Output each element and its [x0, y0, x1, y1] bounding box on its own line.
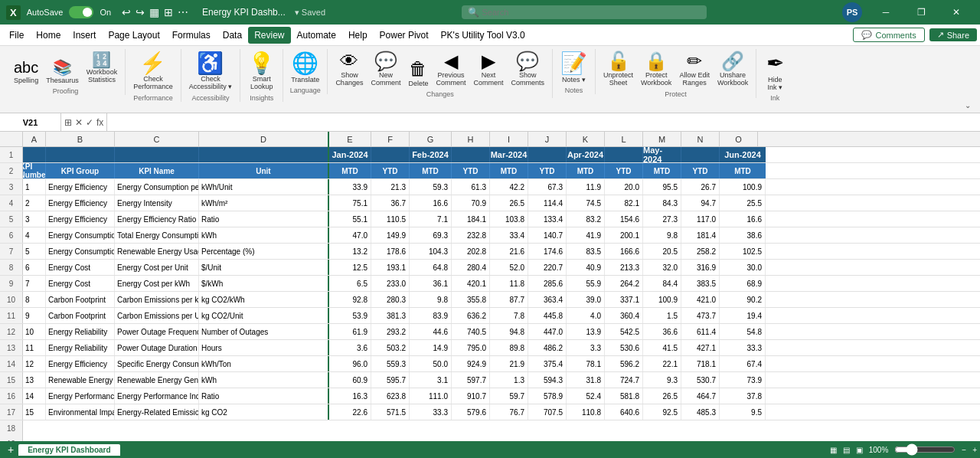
- cell-7-O[interactable]: 102.5: [720, 244, 766, 259]
- cell-8-M[interactable]: 32.0: [643, 260, 681, 275]
- cell-2n[interactable]: YTD: [681, 163, 720, 178]
- cell-13-C[interactable]: Power Outage Duration: [115, 340, 199, 355]
- cell-14-B[interactable]: Energy Efficiency: [46, 356, 115, 371]
- cell-3-G[interactable]: 59.3: [410, 179, 452, 195]
- cell-5-D[interactable]: Ratio: [199, 211, 329, 227]
- cell-13-I[interactable]: 89.8: [490, 340, 528, 355]
- cell-13-K[interactable]: 3.3: [567, 340, 605, 355]
- cell-11-G[interactable]: 83.9: [410, 308, 452, 323]
- cell-6-C[interactable]: Total Energy Consumption: [115, 227, 199, 243]
- cell-4-E[interactable]: 75.1: [329, 195, 371, 211]
- cell-1j[interactable]: [528, 147, 567, 162]
- unprotect-sheet-button[interactable]: 🔓 UnprotectSheet: [600, 49, 636, 89]
- formula-confirm-icon[interactable]: ✓: [86, 117, 93, 128]
- cell-9-C[interactable]: Energy Cost per kWh: [115, 276, 199, 291]
- cell-13-H[interactable]: 795.0: [452, 340, 490, 355]
- cell-14-J[interactable]: 375.4: [528, 356, 567, 371]
- cell-10-M[interactable]: 100.9: [643, 292, 681, 307]
- cell-14-C[interactable]: Specific Energy Consumption (SEC): [115, 356, 199, 371]
- cell-7-L[interactable]: 166.6: [605, 244, 643, 259]
- cell-14-M[interactable]: 22.1: [643, 356, 681, 371]
- cell-1a[interactable]: [23, 147, 46, 162]
- cell-16-K[interactable]: 52.4: [567, 388, 605, 404]
- cell-13-E[interactable]: 3.6: [329, 340, 371, 355]
- cell-10-G[interactable]: 9.8: [410, 292, 452, 307]
- menu-utility-tool[interactable]: PK's Utility Tool V3.0: [435, 27, 531, 44]
- cell-7-N[interactable]: 258.2: [681, 244, 720, 259]
- autosave-toggle[interactable]: On: [69, 6, 93, 18]
- cell-7-K[interactable]: 83.5: [567, 244, 605, 259]
- previous-comment-button[interactable]: ◀ PreviousComment: [433, 49, 469, 89]
- cell-12-B[interactable]: Energy Reliability: [46, 324, 115, 339]
- cell-8-D[interactable]: $/Unit: [199, 260, 329, 275]
- cell-6-G[interactable]: 69.3: [410, 227, 452, 243]
- cell-4-N[interactable]: 94.7: [681, 195, 720, 211]
- cell-8-J[interactable]: 220.7: [528, 260, 567, 275]
- cell-5-B[interactable]: Energy Efficiency: [46, 211, 115, 227]
- cell-4-B[interactable]: Energy Efficiency: [46, 195, 115, 211]
- cell-3-O[interactable]: 100.9: [720, 179, 766, 195]
- cell-2d[interactable]: Unit: [199, 163, 329, 178]
- cell-12-H[interactable]: 740.5: [452, 324, 490, 339]
- cell-1c[interactable]: [115, 147, 199, 162]
- cell-2m[interactable]: MTD: [643, 163, 681, 178]
- cell-8-C[interactable]: Energy Cost per Unit: [115, 260, 199, 275]
- col-header-j[interactable]: J: [528, 132, 567, 147]
- cell-6-N[interactable]: 181.4: [681, 227, 720, 243]
- cell-16-I[interactable]: 59.7: [490, 388, 528, 404]
- cell-10-K[interactable]: 39.0: [567, 292, 605, 307]
- cell-2j[interactable]: YTD: [528, 163, 567, 178]
- hide-ink-button[interactable]: ✒ HideInk ▾: [761, 49, 789, 93]
- cell-8-H[interactable]: 280.4: [452, 260, 490, 275]
- cell-5-H[interactable]: 184.1: [452, 211, 490, 227]
- cell-1o[interactable]: Jun-2024: [720, 147, 766, 162]
- cell-1f[interactable]: [371, 147, 410, 162]
- notes-button[interactable]: 📝 Notes ▾: [557, 49, 590, 85]
- cell-5-L[interactable]: 154.6: [605, 211, 643, 227]
- cell-6-I[interactable]: 33.4: [490, 227, 528, 243]
- cell-17-D[interactable]: kg CO2: [199, 404, 329, 420]
- cell-6-L[interactable]: 200.1: [605, 227, 643, 243]
- cell-3-A[interactable]: 1: [23, 179, 46, 195]
- cell-5-J[interactable]: 133.4: [528, 211, 567, 227]
- cell-14-K[interactable]: 78.1: [567, 356, 605, 371]
- delete-comment-button[interactable]: 🗑 Delete: [405, 57, 431, 89]
- formula-expand-icon[interactable]: ⊞: [64, 117, 72, 128]
- cell-17-K[interactable]: 110.8: [567, 404, 605, 420]
- cell-17-I[interactable]: 76.7: [490, 404, 528, 420]
- col-header-o[interactable]: O: [720, 132, 758, 147]
- cell-6-K[interactable]: 41.9: [567, 227, 605, 243]
- cell-13-L[interactable]: 530.6: [605, 340, 643, 355]
- formula-cancel-icon[interactable]: ✕: [75, 117, 83, 128]
- expand-ribbon-button[interactable]: ⌄: [962, 100, 974, 111]
- cell-3-M[interactable]: 95.5: [643, 179, 681, 195]
- cell-11-N[interactable]: 473.7: [681, 308, 720, 323]
- normal-view-icon[interactable]: ▦: [830, 446, 837, 454]
- cell-11-A[interactable]: 9: [23, 308, 46, 323]
- cell-9-K[interactable]: 55.9: [567, 276, 605, 291]
- zoom-in-icon[interactable]: +: [972, 446, 977, 454]
- workbook-statistics-button[interactable]: 🔢 WorkbookStatistics: [83, 49, 120, 86]
- cell-14-E[interactable]: 96.0: [329, 356, 371, 371]
- cell-12-I[interactable]: 94.8: [490, 324, 528, 339]
- menu-formulas[interactable]: Formulas: [166, 27, 217, 44]
- cell-10-H[interactable]: 355.8: [452, 292, 490, 307]
- cell-6-M[interactable]: 9.8: [643, 227, 681, 243]
- cell-14-F[interactable]: 559.3: [371, 356, 410, 371]
- cell-14-I[interactable]: 21.9: [490, 356, 528, 371]
- cell-6-J[interactable]: 140.7: [528, 227, 567, 243]
- cell-4-J[interactable]: 114.4: [528, 195, 567, 211]
- cell-2b[interactable]: KPI Group: [46, 163, 115, 178]
- col-header-a[interactable]: A: [23, 132, 46, 147]
- protect-workbook-button[interactable]: 🔒 ProtectWorkbook: [638, 49, 675, 89]
- cell-8-A[interactable]: 6: [23, 260, 46, 275]
- spelling-button[interactable]: abc Spelling: [11, 57, 41, 86]
- grid-icon[interactable]: ▦: [148, 5, 161, 20]
- cell-11-H[interactable]: 636.2: [452, 308, 490, 323]
- cell-4-K[interactable]: 74.5: [567, 195, 605, 211]
- cell-15-M[interactable]: 9.3: [643, 372, 681, 388]
- cell-9-A[interactable]: 7: [23, 276, 46, 291]
- cell-13-J[interactable]: 486.2: [528, 340, 567, 355]
- menu-automate[interactable]: Automate: [291, 27, 342, 44]
- cell-4-I[interactable]: 26.5: [490, 195, 528, 211]
